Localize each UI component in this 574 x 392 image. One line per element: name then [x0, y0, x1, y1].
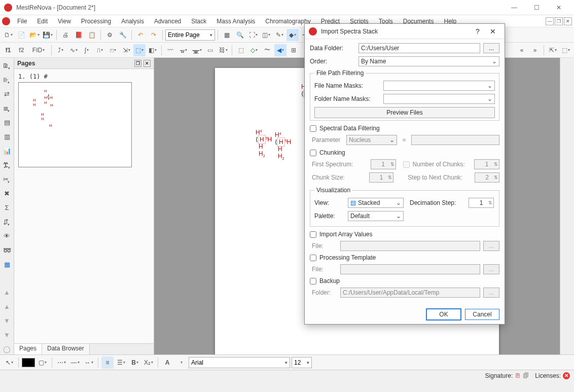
- align-tool[interactable]: ☰: [115, 357, 127, 369]
- spectral-filtering-checkbox[interactable]: [310, 125, 316, 132]
- page-thumbnail-1[interactable]: HH⟨HH H HH HH H: [18, 82, 132, 167]
- folder-masks-select[interactable]: [383, 94, 495, 104]
- vtool-tri4[interactable]: ▼: [2, 329, 13, 340]
- chunking-checkbox[interactable]: [310, 150, 316, 156]
- app-menu-icon[interactable]: [2, 17, 10, 25]
- close-button[interactable]: ✕: [548, 1, 570, 15]
- select-tool-5[interactable]: ⊞: [288, 44, 300, 56]
- font-color-dd[interactable]: [175, 357, 187, 369]
- color-swatch[interactable]: [22, 358, 35, 367]
- peak-tool-2[interactable]: ∿: [67, 44, 80, 56]
- line-style-tool[interactable]: ⋯: [55, 357, 67, 369]
- fid-button[interactable]: FID: [28, 44, 49, 56]
- vtool-cut[interactable]: ✂: [2, 173, 13, 185]
- cursor-tool[interactable]: ↖: [3, 357, 15, 369]
- select-tool-1[interactable]: ⬚: [235, 44, 247, 56]
- line-weight-tool[interactable]: —: [69, 357, 81, 369]
- peak-tool-7[interactable]: ⬚: [133, 44, 146, 56]
- tool-grid-button[interactable]: ▦: [221, 29, 233, 41]
- font-size-combo[interactable]: 12: [292, 357, 312, 368]
- export-pdf-button[interactable]: 📕: [73, 29, 85, 41]
- print-button[interactable]: 🖨: [59, 29, 71, 41]
- vtool-peaks[interactable]: ᎎ: [2, 159, 13, 170]
- open-button[interactable]: 📂: [28, 29, 41, 41]
- font-family-combo[interactable]: Arial: [189, 357, 290, 368]
- spectrum-tool-4[interactable]: ▭: [204, 44, 216, 56]
- select-tool-2[interactable]: ◇: [248, 44, 260, 56]
- order-select[interactable]: By Name: [358, 56, 499, 66]
- vtool-close[interactable]: ✖: [2, 188, 13, 199]
- vtool-layout[interactable]: ▥: [2, 131, 13, 142]
- peak-tool-4[interactable]: ⎍: [94, 44, 106, 56]
- vtool-chart[interactable]: 📊: [2, 145, 13, 156]
- vtool-align[interactable]: ⊪: [2, 74, 13, 85]
- mdi-minimize-button[interactable]: ―: [546, 17, 554, 25]
- menu-analysis[interactable]: Analysis: [116, 17, 149, 26]
- vtool-tri1[interactable]: ▲: [2, 287, 13, 298]
- spectrum-tool-1[interactable]: 〰: [164, 44, 176, 56]
- dialog-help-button[interactable]: ?: [470, 27, 485, 35]
- menu-edit[interactable]: Edit: [32, 17, 53, 26]
- vtool-stack[interactable]: ▤: [2, 117, 13, 128]
- preview-files-button[interactable]: Preview Files: [314, 107, 495, 118]
- spectrum-tool-2[interactable]: ᚗ: [177, 44, 190, 56]
- copy-button[interactable]: 📋: [86, 29, 98, 41]
- zoom-combo[interactable]: Entire Page: [165, 29, 215, 41]
- ok-button[interactable]: OK: [426, 309, 461, 320]
- tab-data-browser[interactable]: Data Browser: [42, 344, 90, 354]
- import-array-checkbox[interactable]: [310, 231, 316, 238]
- redo-button[interactable]: ↷: [148, 29, 160, 41]
- tool-marker-button[interactable]: ◆: [286, 29, 299, 41]
- data-folder-input[interactable]: C:/Users/User: [358, 43, 480, 53]
- data-folder-browse-button[interactable]: ...: [483, 43, 499, 53]
- vtool-circle[interactable]: ◯: [2, 343, 13, 354]
- menu-stack[interactable]: Stack: [186, 17, 211, 26]
- f1-button[interactable]: f1: [2, 44, 14, 56]
- vtool-list[interactable]: ≣: [2, 102, 13, 114]
- f2-button[interactable]: f2: [15, 44, 27, 56]
- align-left-tool[interactable]: ≡: [101, 357, 114, 369]
- menu-view[interactable]: View: [53, 17, 76, 26]
- settings-button[interactable]: 🔧: [117, 29, 129, 41]
- vtool-spiral[interactable]: ➿: [2, 244, 13, 256]
- maximize-button[interactable]: ☐: [525, 1, 548, 15]
- new-doc-button[interactable]: 📄: [15, 29, 27, 41]
- sub-tool[interactable]: X₂: [142, 357, 155, 369]
- peak-tool-3[interactable]: ∫: [81, 44, 93, 56]
- decimation-spin[interactable]: 1: [469, 198, 494, 208]
- dialog-close-button[interactable]: ✕: [485, 27, 500, 35]
- select-tool-3[interactable]: 〜: [261, 44, 273, 56]
- page-item-1[interactable]: 1. (1) #: [18, 73, 150, 80]
- peak-tool-8[interactable]: ◧: [147, 44, 159, 56]
- spectrum-tool-3[interactable]: ᚘ: [191, 44, 203, 56]
- arrow-tool[interactable]: ↔: [83, 357, 95, 369]
- menu-processing[interactable]: Processing: [76, 17, 116, 26]
- nav-prev-button[interactable]: «: [516, 44, 528, 56]
- bold-tool[interactable]: B: [129, 357, 141, 369]
- pages-close-button[interactable]: ✕: [144, 60, 151, 67]
- font-color-tool[interactable]: A: [161, 357, 173, 369]
- cancel-button[interactable]: Cancel: [465, 309, 499, 320]
- new-button[interactable]: 🗋: [2, 29, 14, 41]
- pages-list[interactable]: 1. (1) # HH⟨HH H HH HH H: [14, 69, 154, 343]
- menu-advanced[interactable]: Advanced: [149, 17, 186, 26]
- backup-checkbox[interactable]: [310, 278, 316, 284]
- select-tool-4[interactable]: ◀: [274, 44, 286, 56]
- undo-button[interactable]: ↶: [134, 29, 147, 41]
- palette-select[interactable]: Default: [348, 211, 404, 221]
- tool-pen-button[interactable]: ✎: [273, 29, 285, 41]
- nav-next-button[interactable]: »: [529, 44, 541, 56]
- minimize-button[interactable]: ―: [503, 1, 525, 15]
- molecule-3[interactable]: H4 ⟨H5H H H2: [256, 129, 272, 158]
- script-button[interactable]: ⚙: [103, 29, 116, 41]
- vtool-sum[interactable]: Σ: [2, 202, 13, 213]
- tool-fit-button[interactable]: ⛶: [247, 29, 259, 41]
- spectrum-tool-5[interactable]: ⛓: [217, 44, 229, 56]
- tool-region-button[interactable]: ◫: [260, 29, 272, 41]
- menu-file[interactable]: File: [12, 17, 32, 26]
- tool-zoom-button[interactable]: 🔍: [234, 29, 246, 41]
- mdi-close-button[interactable]: ✕: [564, 17, 572, 25]
- molecule-4[interactable]: H4 ⟨H5H H H2: [275, 131, 291, 160]
- mdi-restore-button[interactable]: ❐: [555, 17, 563, 25]
- view-select[interactable]: ▤Stacked: [348, 198, 404, 208]
